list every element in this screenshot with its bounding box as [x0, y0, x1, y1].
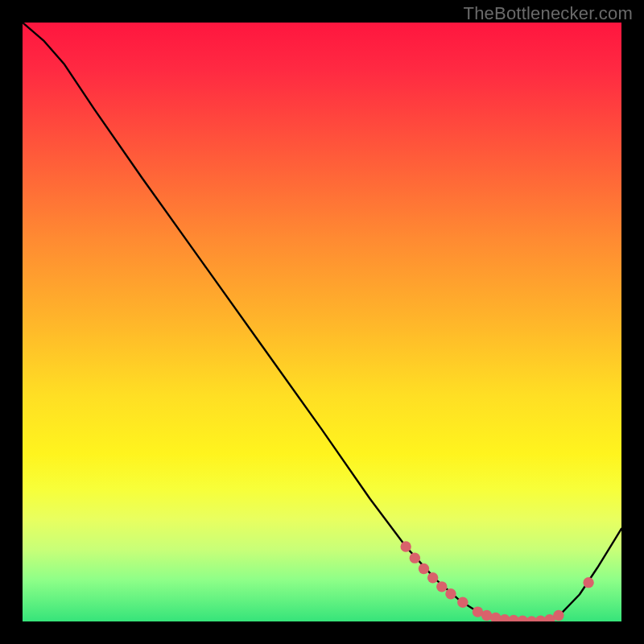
highlight-dot	[436, 581, 447, 592]
watermark-text: TheBottlenecker.com	[464, 3, 633, 24]
highlight-dot	[410, 552, 420, 563]
highlight-dot	[419, 564, 429, 574]
highlight-dot	[445, 588, 456, 599]
plot-area	[23, 23, 621, 621]
highlight-dot	[583, 577, 593, 588]
highlight-dot	[400, 541, 411, 551]
curve-layer	[23, 23, 621, 621]
highlight-dot	[427, 572, 438, 583]
highlight-dot	[553, 610, 564, 621]
highlight-dot	[457, 597, 468, 607]
chart-frame: TheBottlenecker.com	[0, 0, 644, 644]
bottleneck-curve-path	[23, 23, 621, 621]
